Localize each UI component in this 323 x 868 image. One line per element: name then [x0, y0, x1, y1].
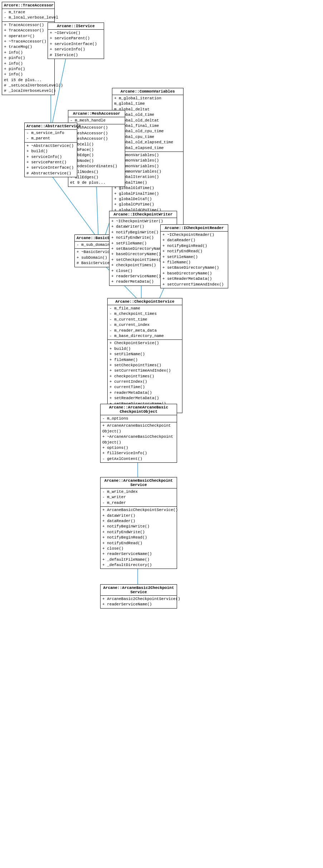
arcane-basic2-checkpoint-service-title: Arcane::ArcaneBasic2CheckpointService	[101, 585, 177, 596]
arcane-basic-checkpoint-object-title: Arcane::ArcaneArcaneBasicCheckpointObjec…	[101, 404, 177, 415]
trace-accessor-methods: + TraceAccessor() + TraceAccessor() + op…	[2, 22, 54, 95]
trace-accessor-box: Arcore::TraceAccessor - m_trace - m_loca…	[2, 2, 55, 95]
checkpoint-service-methods: + CheckpointService() + build() + setFil…	[108, 340, 182, 413]
abstract-service-methods: + ~AbstractService() + build() + service…	[25, 143, 77, 177]
arcane-basic-checkpoint-service-box: Arcane::ArcaneBasicCheckpointService - m…	[100, 477, 177, 569]
common-variables-title: Arcane::CommonVariables	[112, 88, 183, 95]
iservice-title: Arcane::IService	[48, 23, 104, 30]
iservice-box: Arcane::IService + ~IService() + service…	[48, 23, 104, 59]
arcane-basic-checkpoint-object-fields: - m_options	[101, 415, 177, 422]
arcane-basic-checkpoint-service-title: Arcane::ArcaneBasicCheckpointService	[101, 477, 177, 488]
abstract-service-fields: - m_service_info - m_parent	[25, 130, 77, 143]
checkpoint-service-fields: - m_file_name - m_checkpoint_times - m_c…	[108, 305, 182, 340]
abstract-service-box: Arcane::AbstractService - m_service_info…	[24, 123, 77, 177]
icheckpoint-reader-methods: + ~ICheckpointReader() + dataReader() + …	[161, 232, 228, 288]
iservice-methods: + ~IService() + serviceParent() + servic…	[48, 30, 104, 59]
icheckpoint-reader-title: Arcane::ICheckpointReader	[161, 225, 228, 232]
arcane-basic-checkpoint-object-methods: + ArcaneArcaneBasicCheckpoint Object() +…	[101, 422, 177, 462]
arcane-basic2-checkpoint-service-methods: + ArcaneBasic2CheckpointService() + read…	[101, 596, 177, 608]
checkpoint-service-title: Arcane::CheckpointService	[108, 298, 182, 305]
mesh-accessor-title: Arcane::MeshAccessor	[68, 110, 125, 117]
arcane-basic-checkpoint-service-methods: + ArcaneBasicCheckpointService() + dataW…	[101, 507, 177, 569]
arcane-basic2-checkpoint-service-box: Arcane::ArcaneBasic2CheckpointService + …	[100, 584, 177, 609]
diagram-container: Arcore::TraceAccessor - m_trace - m_loca…	[0, 0, 323, 868]
abstract-service-title: Arcane::AbstractService	[25, 123, 77, 130]
icheckpoint-writer-title: Arcane::ICheckpointWriter	[109, 211, 177, 218]
arcane-basic-checkpoint-service-fields: - m_write_index - m_writer - m_reader	[101, 488, 177, 507]
checkpoint-service-box: Arcane::CheckpointService - m_file_name …	[107, 298, 182, 413]
trace-accessor-title: Arcore::TraceAccessor	[2, 2, 54, 9]
icheckpoint-reader-box: Arcane::ICheckpointReader + ~ICheckpoint…	[160, 224, 228, 288]
trace-accessor-fields: - m_trace - m_local_verbose_level	[2, 9, 54, 22]
arcane-basic-checkpoint-object-box: Arcane::ArcaneArcaneBasicCheckpointObjec…	[100, 404, 177, 463]
